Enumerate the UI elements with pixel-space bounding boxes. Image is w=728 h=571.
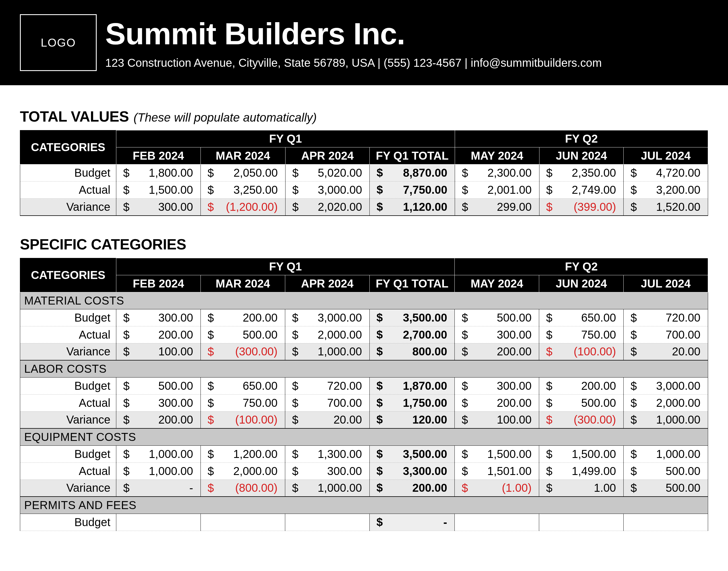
category-section-label: LABOR COSTS [20, 360, 708, 377]
money-cell: $8,870.00 [370, 164, 455, 182]
money-cell: $700.00 [285, 394, 369, 411]
money-cell: $1,499.00 [539, 462, 624, 479]
month-header: MAR 2024 [200, 147, 285, 164]
table-row: Budget$300.00$200.00$3,000.00$3,500.00$5… [20, 309, 708, 326]
header-text: Summit Builders Inc. 123 Construction Av… [105, 16, 602, 69]
money-cell: $1,000.00 [285, 343, 369, 360]
money-cell: $1,200.00 [201, 445, 285, 462]
money-cell: $200.00 [116, 411, 201, 428]
money-cell: $300.00 [285, 462, 369, 479]
table-row: Variance$100.00$(300.00)$1,000.00$800.00… [20, 343, 708, 360]
categories-header: CATEGORIES [20, 258, 116, 292]
category-section-row: PERMITS AND FEES [20, 496, 708, 513]
money-cell: $3,500.00 [369, 309, 455, 326]
money-cell: $500.00 [624, 462, 708, 479]
company-name: Summit Builders Inc. [105, 16, 602, 51]
table-row: Actual$1,000.00$2,000.00$300.00$3,300.00… [20, 462, 708, 479]
money-cell: $2,300.00 [455, 164, 539, 182]
table-row: Actual$300.00$750.00$700.00$1,750.00$200… [20, 394, 708, 411]
money-cell: $1,500.00 [455, 445, 539, 462]
logo-text: LOGO [41, 36, 76, 49]
fy-q2-header: FY Q2 [455, 130, 708, 147]
specific-table: CATEGORIES FY Q1 FY Q2 FEB 2024MAR 2024A… [20, 258, 708, 531]
money-cell: $299.00 [455, 199, 539, 216]
money-cell: $650.00 [201, 377, 285, 394]
month-header: JUN 2024 [539, 275, 624, 292]
table-row: Variance$-$(800.00)$1,000.00$200.00$(1.0… [20, 479, 708, 496]
money-cell: $650.00 [539, 309, 624, 326]
money-cell: $(1,200.00) [200, 199, 285, 216]
money-cell: $1,750.00 [369, 394, 455, 411]
money-cell: $720.00 [285, 377, 369, 394]
money-cell: $3,000.00 [285, 309, 369, 326]
money-cell: $2,050.00 [200, 164, 285, 182]
row-label: Actual [20, 326, 116, 343]
money-cell: $500.00 [624, 479, 708, 496]
month-header: MAR 2024 [201, 275, 285, 292]
money-cell: $120.00 [369, 411, 455, 428]
category-section-row: MATERIAL COSTS [20, 292, 708, 309]
money-cell: $200.00 [116, 326, 201, 343]
money-cell [539, 513, 624, 531]
money-cell: $(300.00) [539, 411, 624, 428]
money-cell: $4,720.00 [624, 164, 708, 182]
money-cell: $2,749.00 [539, 182, 624, 199]
table-row: Budget$500.00$650.00$720.00$1,870.00$300… [20, 377, 708, 394]
money-cell: $(100.00) [201, 411, 285, 428]
month-header: FY Q1 TOTAL [370, 147, 455, 164]
money-cell: $3,000.00 [285, 182, 370, 199]
money-cell: $750.00 [201, 394, 285, 411]
table-row: Actual$1,500.00$3,250.00$3,000.00$7,750.… [20, 182, 708, 199]
money-cell: $2,000.00 [624, 394, 708, 411]
money-cell: $3,300.00 [369, 462, 455, 479]
totals-section-heading: TOTAL VALUES (These will populate automa… [20, 108, 708, 125]
money-cell: $700.00 [624, 326, 708, 343]
money-cell: $(100.00) [539, 343, 624, 360]
money-cell: $300.00 [116, 309, 201, 326]
totals-table: CATEGORIES FY Q1 FY Q2 FEB 2024MAR 2024A… [20, 130, 708, 216]
money-cell: $3,000.00 [624, 377, 708, 394]
month-header: MAY 2024 [455, 275, 539, 292]
month-header-row: FEB 2024MAR 2024APR 2024FY Q1 TOTALMAY 2… [20, 275, 708, 292]
money-cell: $20.00 [624, 343, 708, 360]
money-cell: $2,000.00 [201, 462, 285, 479]
money-cell: $3,200.00 [624, 182, 708, 199]
money-cell: $2,000.00 [285, 326, 369, 343]
specific-section-heading: SPECIFIC CATEGORIES [20, 236, 708, 253]
month-header: FEB 2024 [116, 275, 201, 292]
categories-header: CATEGORIES [20, 130, 116, 164]
money-cell: $200.00 [455, 343, 539, 360]
money-cell: $1,000.00 [624, 445, 708, 462]
money-cell: $300.00 [455, 377, 539, 394]
totals-title: TOTAL VALUES [20, 108, 129, 125]
money-cell [624, 513, 708, 531]
money-cell: $800.00 [369, 343, 455, 360]
money-cell: $1,500.00 [116, 182, 201, 199]
money-cell: $7,750.00 [370, 182, 455, 199]
money-cell: $1,800.00 [116, 164, 201, 182]
money-cell: $20.00 [285, 411, 369, 428]
row-label: Variance [20, 479, 116, 496]
totals-note: (These will populate automatically) [134, 111, 317, 124]
money-cell: $750.00 [539, 326, 624, 343]
money-cell: $5,020.00 [285, 164, 370, 182]
row-label: Variance [20, 411, 116, 428]
money-cell: $1,870.00 [369, 377, 455, 394]
money-cell: $500.00 [455, 309, 539, 326]
month-header-row: FEB 2024MAR 2024APR 2024FY Q1 TOTALMAY 2… [20, 147, 708, 164]
money-cell: $2,020.00 [285, 199, 370, 216]
money-cell: $500.00 [201, 326, 285, 343]
money-cell: $(300.00) [201, 343, 285, 360]
month-header: APR 2024 [285, 147, 370, 164]
table-row: Budget$1,000.00$1,200.00$1,300.00$3,500.… [20, 445, 708, 462]
table-row: Actual$200.00$500.00$2,000.00$2,700.00$3… [20, 326, 708, 343]
table-row: Budget$- [20, 513, 708, 531]
money-cell: $300.00 [116, 394, 201, 411]
money-cell: $3,250.00 [200, 182, 285, 199]
table-row: Variance$200.00$(100.00)$20.00$120.00$10… [20, 411, 708, 428]
money-cell: $2,350.00 [539, 164, 624, 182]
row-label: Actual [20, 394, 116, 411]
row-label: Actual [20, 462, 116, 479]
fy-q2-header: FY Q2 [455, 258, 708, 275]
category-section-label: EQUIPMENT COSTS [20, 428, 708, 445]
